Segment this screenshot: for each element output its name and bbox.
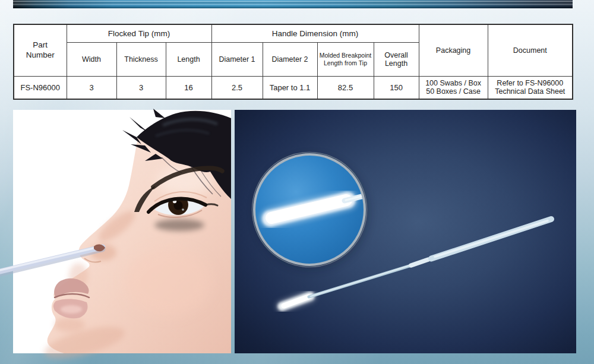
cell-packaging: 100 Swabs / Box 50 Boxes / Case bbox=[419, 76, 488, 99]
top-accent-bar bbox=[13, 0, 573, 8]
flocked-swab-product-photo bbox=[235, 110, 576, 353]
swab-product-illustration bbox=[235, 110, 576, 353]
col-header-part-number: Part Number bbox=[14, 24, 67, 76]
col-header-molded-breakpoint: Molded Breakpoint Length from Tip bbox=[317, 42, 374, 76]
col-header-diameter-1: Diameter 1 bbox=[211, 42, 263, 76]
cell-document: Refer to FS-N96000 Technical Data Sheet bbox=[488, 76, 573, 99]
col-header-overall-length: Overall Length bbox=[374, 42, 419, 76]
col-header-length: Length bbox=[166, 42, 211, 76]
child-face-illustration bbox=[13, 110, 231, 353]
group-header-flocked-tip: Flocked Tip (mm) bbox=[67, 24, 211, 42]
group-header-handle-dimension: Handle Dimension (mm) bbox=[211, 24, 419, 42]
col-header-width: Width bbox=[67, 42, 116, 76]
cell-length: 16 bbox=[166, 76, 211, 99]
spec-table: Part Number Flocked Tip (mm) Handle Dime… bbox=[13, 24, 573, 100]
col-header-thickness: Thickness bbox=[116, 42, 166, 76]
cell-diameter-2: Taper to 1.1 bbox=[263, 76, 317, 99]
cell-diameter-1: 2.5 bbox=[211, 76, 263, 99]
cell-molded-breakpoint: 82.5 bbox=[317, 76, 374, 99]
col-header-diameter-2: Diameter 2 bbox=[263, 42, 317, 76]
datasheet-page: { "table": { "part_number_header": "Part… bbox=[0, 0, 594, 364]
cell-overall-length: 150 bbox=[374, 76, 419, 99]
child-nasal-swab-photo bbox=[13, 110, 231, 353]
cell-thickness: 3 bbox=[116, 76, 166, 99]
col-header-packaging: Packaging bbox=[419, 24, 488, 76]
cell-width: 3 bbox=[67, 76, 116, 99]
col-header-document: Document bbox=[488, 24, 573, 76]
cell-part-number: FS-N96000 bbox=[14, 76, 67, 99]
